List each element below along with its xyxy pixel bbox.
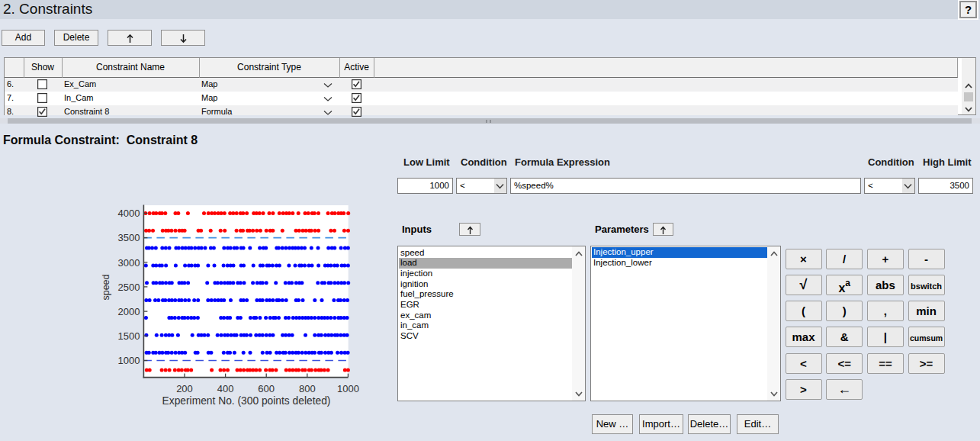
svg-text:200: 200 [176, 383, 193, 394]
svg-text:800: 800 [299, 383, 316, 394]
svg-text:3500: 3500 [118, 232, 140, 243]
svg-text:1000: 1000 [337, 383, 359, 394]
svg-text:1000: 1000 [118, 355, 140, 366]
svg-text:400: 400 [217, 383, 234, 394]
svg-text:speed: speed [101, 274, 111, 300]
svg-text:600: 600 [258, 383, 275, 394]
svg-text:4000: 4000 [118, 208, 140, 219]
svg-text:3000: 3000 [118, 257, 140, 269]
svg-text:Experiment No. (300 points del: Experiment No. (300 points deleted) [162, 395, 331, 407]
svg-text:1500: 1500 [118, 330, 140, 342]
svg-text:2000: 2000 [118, 306, 140, 317]
svg-text:2500: 2500 [118, 282, 140, 293]
